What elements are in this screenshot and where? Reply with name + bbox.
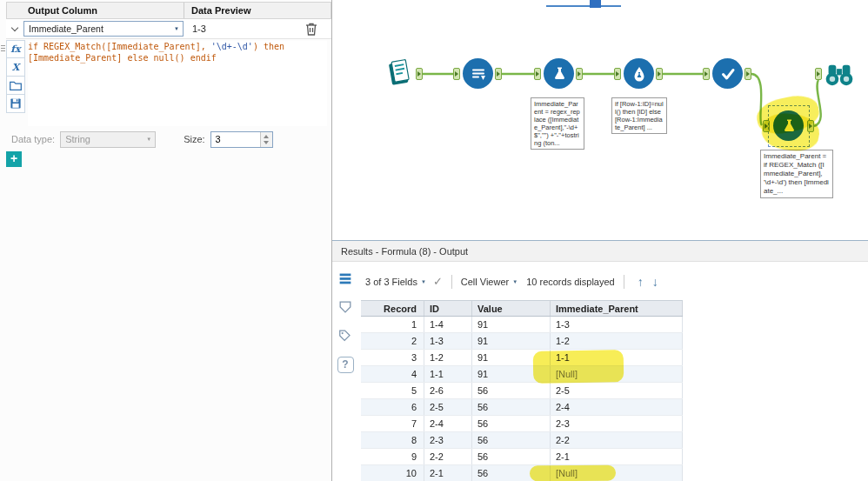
sort-lines-icon bbox=[469, 64, 488, 84]
toolbar-separator bbox=[624, 275, 624, 289]
cell-parent: 1-3 bbox=[551, 317, 683, 332]
browse-tool[interactable] bbox=[823, 57, 856, 90]
input-data-tool[interactable] bbox=[384, 58, 415, 89]
cell-record: 7 bbox=[361, 416, 424, 431]
tool-annotation[interactable]: Immediate_Parent = if REGEX_Match ([Imme… bbox=[760, 150, 833, 198]
size-input[interactable] bbox=[211, 132, 260, 147]
table-row[interactable]: 102-156[Null] bbox=[361, 465, 683, 481]
input-anchor[interactable] bbox=[703, 68, 710, 80]
column-header[interactable]: ID bbox=[424, 301, 472, 316]
table-row[interactable]: 62-5562-4 bbox=[361, 399, 683, 416]
workflow-canvas[interactable]: Immediate_Parent = regex_replace ([Immed… bbox=[332, 0, 868, 240]
table-row[interactable]: 21-3911-2 bbox=[361, 333, 683, 350]
size-label: Size: bbox=[184, 134, 204, 144]
table-row[interactable]: 92-2562-1 bbox=[361, 449, 683, 465]
data-type-value: String bbox=[65, 134, 90, 144]
functions-button[interactable]: fx bbox=[6, 40, 25, 58]
cell-viewer-label: Cell Viewer bbox=[461, 277, 509, 287]
table-header-row: Record ID Value Immediate_Parent bbox=[361, 300, 683, 317]
cell-record: 1 bbox=[361, 317, 424, 332]
check-tool[interactable] bbox=[712, 58, 743, 89]
code-segment: [Immediate_Parent] else null() endif bbox=[28, 53, 217, 63]
output-anchor[interactable] bbox=[807, 120, 814, 132]
cell-value: 56 bbox=[472, 432, 551, 448]
output-anchor[interactable] bbox=[416, 68, 423, 80]
selected-formula-tool[interactable] bbox=[773, 110, 804, 141]
cell-value: 91 bbox=[472, 333, 551, 349]
table-row[interactable]: 41-191[Null] bbox=[361, 366, 683, 383]
input-anchor[interactable] bbox=[453, 68, 460, 80]
cell-id: 1-1 bbox=[424, 366, 472, 382]
table-row[interactable]: 11-4911-3 bbox=[361, 317, 683, 333]
spin-down-icon bbox=[264, 141, 269, 144]
results-panel: Results - Formula (8) - Output bbox=[332, 240, 868, 481]
table-view-button[interactable] bbox=[335, 268, 356, 289]
formula-tool[interactable] bbox=[544, 58, 574, 89]
help-button[interactable]: ? bbox=[335, 354, 356, 375]
cell-value: 56 bbox=[472, 416, 551, 431]
datatype-row: Data type: String ▼ Size: bbox=[6, 129, 331, 150]
tool-annotation[interactable]: if [Row-1:ID]=null() then [ID] else [Row… bbox=[611, 97, 667, 134]
cell-parent: [Null] bbox=[551, 366, 683, 382]
cell-record: 2 bbox=[361, 333, 424, 349]
results-table-body: 11-4911-321-3911-231-2911-141-191[Null]5… bbox=[361, 317, 683, 481]
cell-value: 91 bbox=[472, 317, 551, 332]
scroll-down-button[interactable]: ↓ bbox=[652, 275, 658, 289]
panel-grip[interactable] bbox=[1, 43, 5, 53]
saved-expressions-button[interactable] bbox=[6, 77, 25, 95]
cell-parent: 1-1 bbox=[551, 350, 683, 365]
table-row[interactable]: 31-2911-1 bbox=[361, 350, 683, 366]
table-row[interactable]: 52-6562-5 bbox=[361, 383, 683, 399]
output-column-dropdown[interactable]: Immediate_Parent ▼ bbox=[23, 21, 184, 37]
data-type-select[interactable]: String ▼ bbox=[60, 131, 156, 148]
droplet-icon bbox=[630, 64, 649, 84]
column-header[interactable]: Value bbox=[472, 301, 551, 316]
variables-button[interactable]: X bbox=[6, 58, 25, 77]
alteryx-designer-window: Output Column Data Preview Immediate_Par… bbox=[0, 0, 868, 481]
output-column-value: Immediate_Parent bbox=[29, 23, 103, 34]
tag-view-button[interactable] bbox=[335, 325, 356, 346]
collapse-chevron-icon[interactable] bbox=[6, 28, 23, 30]
results-toolbar: 3 of 3 Fields ▼ ✓ Cell Viewer ▼ 10 recor… bbox=[358, 263, 868, 300]
folder-icon bbox=[8, 77, 23, 93]
checkmark-icon bbox=[718, 64, 738, 84]
output-anchor[interactable] bbox=[656, 68, 663, 80]
funnel-icon bbox=[337, 298, 354, 316]
chevron-down-icon: ▼ bbox=[146, 137, 151, 142]
apply-check-icon[interactable]: ✓ bbox=[433, 275, 443, 288]
cell-id: 2-6 bbox=[424, 383, 472, 398]
cell-parent: 2-3 bbox=[551, 416, 683, 431]
table-row[interactable]: 72-4562-3 bbox=[361, 416, 683, 432]
cell-record: 5 bbox=[361, 383, 424, 398]
add-column-button[interactable]: + bbox=[6, 151, 22, 167]
column-header[interactable]: Immediate_Parent bbox=[551, 301, 683, 316]
output-anchor[interactable] bbox=[495, 68, 502, 80]
input-anchor[interactable] bbox=[614, 68, 621, 80]
save-expression-button[interactable] bbox=[6, 95, 25, 113]
sort-tool[interactable] bbox=[463, 58, 493, 89]
cell-record: 10 bbox=[361, 465, 424, 481]
toolbar-separator bbox=[451, 275, 452, 289]
cell-viewer-dropdown[interactable]: Cell Viewer ▼ bbox=[461, 277, 517, 287]
results-title: Results - Formula (8) - Output bbox=[332, 241, 868, 262]
formula-config-panel: Output Column Data Preview Immediate_Par… bbox=[0, 0, 332, 481]
multi-row-formula-tool[interactable] bbox=[624, 58, 654, 89]
input-book-icon bbox=[384, 58, 415, 89]
output-anchor[interactable] bbox=[576, 68, 583, 80]
fields-dropdown[interactable]: 3 of 3 Fields ▼ bbox=[365, 277, 426, 287]
scroll-up-button[interactable]: ↑ bbox=[638, 275, 644, 289]
input-anchor[interactable] bbox=[534, 68, 541, 80]
column-header[interactable]: Record bbox=[361, 301, 424, 316]
cell-parent: 1-2 bbox=[551, 333, 683, 349]
expression-editor[interactable]: if REGEX_Match([Immediate_Parent], '\d+-… bbox=[28, 41, 327, 126]
results-table[interactable]: Record ID Value Immediate_Parent 11-4911… bbox=[361, 300, 683, 481]
delete-expression-button[interactable] bbox=[304, 21, 319, 37]
size-stepper[interactable] bbox=[260, 132, 272, 147]
funnel-view-button[interactable] bbox=[335, 297, 356, 317]
tool-annotation[interactable]: Immediate_Parent = regex_replace ([Immed… bbox=[531, 97, 584, 150]
table-row[interactable]: 82-3562-2 bbox=[361, 432, 683, 449]
input-anchor[interactable] bbox=[815, 68, 822, 80]
output-anchor[interactable] bbox=[744, 68, 751, 80]
chevron-down-icon: ▼ bbox=[512, 279, 517, 284]
spin-up-icon bbox=[264, 135, 269, 138]
